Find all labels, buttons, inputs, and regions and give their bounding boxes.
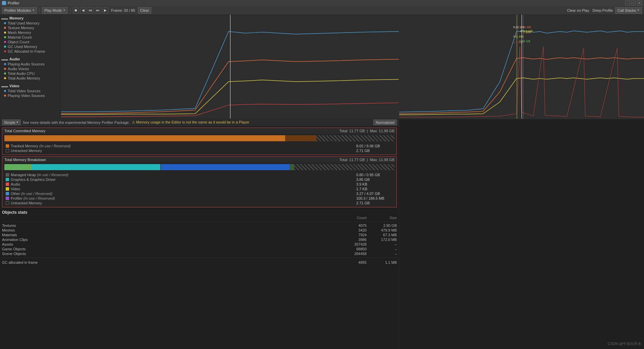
sidebar-item-mesh-memory[interactable]: Mesh Memory xyxy=(0,30,61,35)
table-row: Assets 357428 – xyxy=(2,242,397,247)
title-bar: Profiler ─ □ ✕ xyxy=(0,0,644,6)
right-vertical-line xyxy=(522,15,522,119)
svg-text:7.92k: 7.92k xyxy=(523,31,531,34)
dropdown-arrow-icon: ▼ xyxy=(637,9,640,12)
total-audio-cpu-dot xyxy=(4,72,6,74)
untracked-breakdown-row: Untracked Memory 2.71 GB xyxy=(6,201,393,205)
untracked-checkbox xyxy=(6,149,9,152)
deep-profile-label[interactable]: Deep Profile xyxy=(592,8,614,12)
normalized-button[interactable]: Normalized xyxy=(373,119,397,125)
total-used-memory-dot xyxy=(4,22,6,24)
profiler-row: Profiler (In use / Reserved) 100.3 / 186… xyxy=(6,196,393,201)
right-panel[interactable]: 8.02 GB 2.90 GB 479.9 MB 641.89k 7.92k 1… xyxy=(399,15,644,349)
sidebar-item-audio-voices[interactable]: Audio Voices xyxy=(0,66,61,71)
total-breakdown-title: Total Memory Breakdown xyxy=(4,158,46,162)
sidebar-item-texture-memory[interactable]: Texture Memory xyxy=(0,26,61,30)
next-frame-button[interactable]: ▶ xyxy=(102,7,108,13)
sidebar-item-total-audio-memory[interactable]: Total Audio Memory xyxy=(0,76,61,81)
clear-on-play-label[interactable]: Clear on Play xyxy=(566,8,590,12)
tracked-color xyxy=(6,144,9,148)
video-section-icon: ▬▬ xyxy=(1,84,8,88)
breakdown-legend: Managed Heap (In use / Reserved) 0.80 / … xyxy=(2,171,396,207)
total-committed-title: Total Committed Memory xyxy=(4,129,45,133)
window-controls[interactable]: ─ □ ✕ xyxy=(625,1,642,5)
managed-heap-checkbox xyxy=(6,173,9,177)
right-panel-bottom xyxy=(399,119,644,349)
table-row: Meshes 3420 479.9 MB xyxy=(2,228,397,233)
sidebar-item-gc-allocated[interactable]: GC Allocated In Frame xyxy=(0,49,61,54)
sidebar-item-playing-audio-sources[interactable]: Playing Audio Sources xyxy=(0,62,61,66)
untracked-breakdown-checkbox xyxy=(6,201,9,205)
graphics-color xyxy=(6,178,9,181)
simple-dropdown-icon: ▼ xyxy=(16,121,19,124)
objects-stats-section: Objects stats Count Size Textures 4075 2… xyxy=(2,209,397,265)
chart-canvas[interactable] xyxy=(61,15,399,118)
audio-breakdown-row: Audio 3.9 KB xyxy=(6,182,393,187)
breakdown-bar-hatched xyxy=(294,164,394,170)
main-area: ▬▬ Memory Total Used Memory Texture Memo… xyxy=(0,15,644,349)
sidebar-item-total-video-sources[interactable]: Total Video Sources xyxy=(0,89,61,93)
stats-divider xyxy=(2,221,397,222)
right-graph: 8.02 GB 2.90 GB 479.9 MB 641.89k 7.92k 1… xyxy=(399,15,644,119)
profiler-modules-button[interactable]: Profiler Modules ▼ xyxy=(2,7,37,14)
graphics-value: 3.85 GB xyxy=(356,178,393,182)
audio-section-icon: ▬▬ xyxy=(1,57,8,61)
play-mode-button[interactable]: Play Mode ▼ xyxy=(42,7,68,14)
prev-button[interactable]: ⏮ xyxy=(88,7,94,13)
breakdown-bar-blue xyxy=(161,164,289,170)
table-row: Animation Clips 3986 172.0 MB xyxy=(2,237,397,242)
tracked-memory-row: Tracked Memory (In use / Reserved) 8.02 … xyxy=(6,144,393,148)
minimize-button[interactable]: ─ xyxy=(625,1,630,5)
sidebar-item-playing-video-sources[interactable]: Playing Video Sources xyxy=(0,93,61,98)
other-color xyxy=(6,192,9,195)
sidebar-item-total-used-memory[interactable]: Total Used Memory xyxy=(0,21,61,26)
gc-allocated-dot xyxy=(4,50,6,52)
frame-info: Frame: 33 / 85 xyxy=(110,8,137,12)
video-breakdown-row: Video 1.7 KB xyxy=(6,187,393,191)
sidebar-item-gc-used-memory[interactable]: GC Used Memory xyxy=(0,44,61,49)
svg-text:0.80 GB: 0.80 GB xyxy=(519,40,530,43)
objects-stats-title: Objects stats xyxy=(2,209,397,215)
other-row: Other (In use / Reserved) 3.27 / 4.07 GB xyxy=(6,191,393,196)
playing-audio-dot xyxy=(4,63,6,65)
sidebar-item-material-count[interactable]: Material Count xyxy=(0,35,61,40)
audio-color xyxy=(6,183,9,186)
prev-frame-button[interactable]: ◀ xyxy=(80,7,86,13)
profiler-color xyxy=(6,197,9,200)
sidebar-list: ▬▬ Memory Total Used Memory Texture Memo… xyxy=(0,15,61,118)
sidebar-item-total-audio-cpu[interactable]: Total Audio CPU xyxy=(0,71,61,76)
sidebar-item-object-count[interactable]: Object Count xyxy=(0,40,61,44)
video-color xyxy=(6,187,9,191)
svg-text:641.89k: 641.89k xyxy=(513,35,524,38)
total-breakdown-section: Total Memory Breakdown Total: 11.77 GB |… xyxy=(2,156,397,207)
clear-button[interactable]: Clear xyxy=(138,7,151,14)
stats-divider-gc xyxy=(2,257,397,258)
profiler-icon xyxy=(2,1,6,5)
table-row: Textures 4075 2.90 GB xyxy=(2,223,397,228)
call-stacks-button[interactable]: Call Stacks ▼ xyxy=(615,7,642,14)
audio-section-header[interactable]: ▬▬ Audio xyxy=(0,56,61,62)
title-text: Profiler xyxy=(8,1,19,5)
texture-memory-dot xyxy=(4,27,6,29)
graphics-row: Graphics & Graphics Driver 3.85 GB xyxy=(6,177,393,182)
total-breakdown-header: Total Memory Breakdown Total: 11.77 GB |… xyxy=(2,157,396,163)
untracked-breakdown-value: 2.71 GB xyxy=(356,201,393,205)
maximize-button[interactable]: □ xyxy=(631,1,636,5)
view-bar: Simple ▼ See more details with the exper… xyxy=(0,119,399,126)
close-button[interactable]: ✕ xyxy=(637,1,642,5)
simple-view-button[interactable]: Simple ▼ xyxy=(2,119,21,125)
gc-used-memory-dot xyxy=(4,46,6,48)
breakdown-bar-cyan xyxy=(32,164,160,170)
dropdown-arrow-icon: ▼ xyxy=(63,9,65,12)
total-video-sources-dot xyxy=(4,90,6,92)
video-section-header[interactable]: ▬▬ Video xyxy=(0,83,61,89)
record-button[interactable]: ⏺ xyxy=(73,7,79,13)
dropdown-arrow-icon: ▼ xyxy=(32,9,35,12)
separator xyxy=(39,8,40,13)
memory-section-header[interactable]: ▬▬ Memory xyxy=(0,15,61,21)
next-button[interactable]: ⏭ xyxy=(95,7,101,13)
untracked-memory-row: Untracked Memory 2.71 GB xyxy=(6,148,393,153)
breakdown-bar xyxy=(4,164,394,170)
video-breakdown-value: 1.7 KB xyxy=(356,187,393,191)
breakdown-bar-small xyxy=(289,164,294,170)
